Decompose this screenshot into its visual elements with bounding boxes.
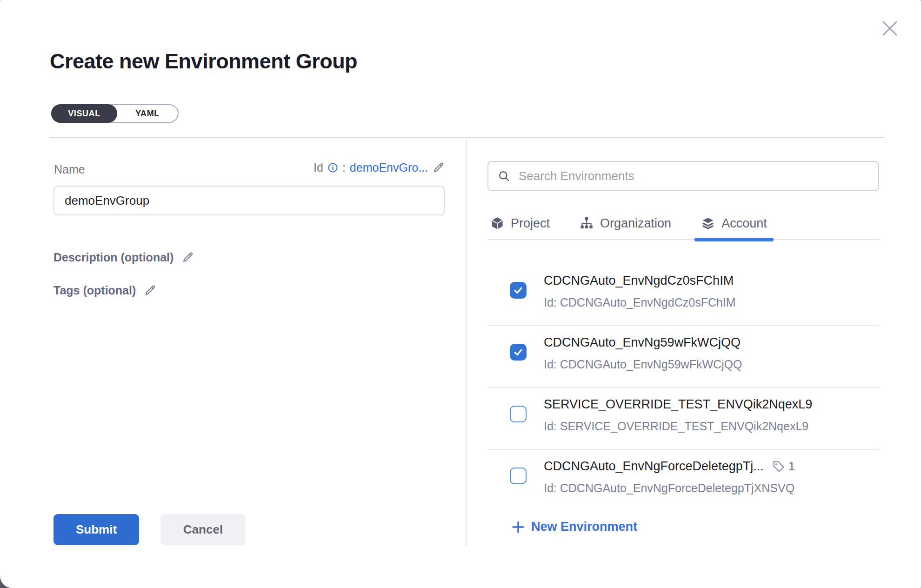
env-checkbox[interactable] bbox=[510, 406, 527, 422]
search-icon bbox=[498, 170, 510, 182]
tab-organization-label: Organization bbox=[600, 216, 671, 231]
tab-project-label: Project bbox=[511, 216, 550, 231]
environment-row[interactable]: CDCNGAuto_EnvNgdCz0sFChIM Id: CDCNGAuto_… bbox=[487, 264, 879, 326]
env-text: CDCNGAuto_EnvNgdCz0sFChIM Id: CDCNGAuto_… bbox=[544, 274, 736, 325]
id-row: Id : demoEnvGro... bbox=[53, 161, 445, 174]
env-tags-badge: 1 bbox=[772, 459, 795, 474]
env-id: Id: SERVICE_OVERRIDE_TEST_ENVQik2NqexL9 bbox=[544, 420, 812, 433]
env-text: CDCNGAuto_EnvNgForceDeletegpTj... 1 Id: … bbox=[544, 459, 795, 495]
env-text: SERVICE_OVERRIDE_TEST_ENVQik2NqexL9 Id: … bbox=[544, 397, 812, 449]
environment-row[interactable]: SERVICE_OVERRIDE_TEST_ENVQik2NqexL9 Id: … bbox=[487, 388, 879, 450]
info-icon[interactable] bbox=[327, 162, 338, 173]
header-divider bbox=[50, 137, 885, 138]
id-separator: : bbox=[342, 161, 346, 174]
environment-row[interactable]: CDCNGAuto_EnvNg59wFkWCjQQ Id: CDCNGAuto_… bbox=[487, 326, 879, 388]
search-box bbox=[487, 161, 879, 191]
toggle-visual[interactable]: VISUAL bbox=[51, 104, 117, 123]
env-checkbox[interactable] bbox=[510, 282, 527, 299]
env-tags-count: 1 bbox=[788, 459, 795, 474]
panel-divider bbox=[466, 139, 467, 546]
tab-organization[interactable]: Organization bbox=[577, 207, 674, 239]
edit-id-pencil-icon[interactable] bbox=[432, 161, 445, 174]
plus-icon bbox=[512, 521, 525, 534]
id-value-link[interactable]: demoEnvGro... bbox=[350, 161, 428, 174]
create-environment-group-dialog: Create new Environment Group VISUAL YAML… bbox=[0, 0, 921, 588]
environment-list: CDCNGAuto_EnvNgdCz0sFChIM Id: CDCNGAuto_… bbox=[487, 241, 879, 495]
tags-row: Tags (optional) bbox=[53, 284, 156, 297]
env-name: SERVICE_OVERRIDE_TEST_ENVQik2NqexL9 bbox=[544, 397, 812, 412]
name-input[interactable] bbox=[53, 186, 445, 215]
env-id: Id: CDCNGAuto_EnvNgdCz0sFChIM bbox=[544, 296, 736, 309]
tab-project[interactable]: Project bbox=[487, 207, 553, 239]
submit-button[interactable]: Submit bbox=[53, 514, 139, 545]
layers-icon bbox=[701, 216, 715, 230]
env-text: CDCNGAuto_EnvNg59wFkWCjQQ Id: CDCNGAuto_… bbox=[544, 335, 742, 387]
org-chart-icon bbox=[580, 216, 594, 230]
search-input[interactable] bbox=[518, 168, 869, 184]
new-environment-label: New Environment bbox=[531, 520, 637, 534]
env-name: CDCNGAuto_EnvNg59wFkWCjQQ bbox=[544, 335, 741, 350]
env-checkbox[interactable] bbox=[510, 344, 527, 361]
edit-tags-pencil-icon[interactable] bbox=[144, 284, 156, 297]
tab-account-label: Account bbox=[721, 216, 767, 231]
scope-tabs: Project Organization Account bbox=[487, 207, 879, 240]
page-title: Create new Environment Group bbox=[50, 49, 357, 74]
close-icon[interactable] bbox=[882, 20, 898, 36]
env-name: CDCNGAuto_EnvNgForceDeletegpTj... bbox=[544, 459, 764, 474]
env-name: CDCNGAuto_EnvNgdCz0sFChIM bbox=[544, 274, 734, 288]
cancel-button[interactable]: Cancel bbox=[160, 514, 246, 545]
visual-yaml-toggle: VISUAL YAML bbox=[51, 104, 179, 123]
id-label: Id bbox=[314, 161, 323, 174]
tab-account[interactable]: Account bbox=[698, 207, 770, 239]
env-id: Id: CDCNGAuto_EnvNg59wFkWCjQQ bbox=[544, 358, 742, 371]
env-id: Id: CDCNGAuto_EnvNgForceDeletegpTjXNSVQ bbox=[544, 481, 795, 495]
toggle-yaml[interactable]: YAML bbox=[117, 105, 178, 122]
tags-label: Tags (optional) bbox=[53, 284, 136, 297]
description-label: Description (optional) bbox=[53, 251, 174, 264]
new-environment-button[interactable]: New Environment bbox=[512, 520, 637, 534]
env-checkbox[interactable] bbox=[510, 468, 527, 484]
cube-icon bbox=[490, 216, 504, 230]
description-row: Description (optional) bbox=[53, 251, 194, 264]
edit-description-pencil-icon[interactable] bbox=[181, 251, 194, 264]
environment-row[interactable]: CDCNGAuto_EnvNgForceDeletegpTj... 1 Id: … bbox=[487, 450, 879, 495]
